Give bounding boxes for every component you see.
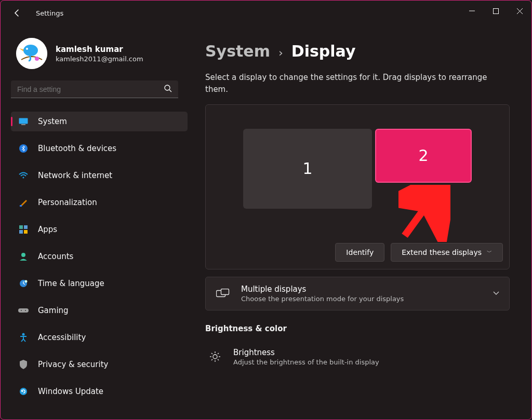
multi-display-icon [215,289,231,298]
sidebar-item-personalization[interactable]: Personalization [11,193,188,212]
wifi-icon [18,170,29,181]
sidebar-item-label: System [38,117,67,126]
sidebar-item-apps[interactable]: Apps [11,220,188,239]
section-brightness-header: Brightness & color [205,324,522,333]
sidebar-item-gaming[interactable]: Gaming [11,301,188,320]
sidebar-item-label: Windows Update [38,387,103,396]
profile-name: kamlesh kumar [56,45,143,54]
monitor-label: 1 [302,159,312,178]
row-description: Choose the presentation mode for your di… [241,295,493,303]
svg-line-33 [218,359,219,360]
sidebar-item-update[interactable]: Windows Update [11,382,188,401]
sidebar-item-label: Accessibility [38,333,86,342]
sidebar-item-accounts[interactable]: Accounts [11,247,188,266]
sidebar-item-bluetooth[interactable]: Bluetooth & devices [11,139,188,158]
minimize-button[interactable] [460,1,484,17]
sidebar-item-label: Time & language [38,279,104,288]
svg-point-22 [25,310,26,311]
multiple-displays-row[interactable]: Multiple displays Choose the presentatio… [205,277,510,310]
avatar [16,38,47,69]
profile-block[interactable]: kamlesh kumar kamlesh2011@gmail.com [11,25,182,80]
bluetooth-icon [18,143,29,154]
profile-email: kamlesh2011@gmail.com [56,55,143,63]
search-box[interactable] [11,80,178,98]
svg-rect-12 [20,205,22,207]
svg-point-4 [26,48,28,50]
display-icon [18,116,29,127]
svg-rect-15 [19,230,23,234]
svg-point-19 [25,280,28,283]
breadcrumb-parent[interactable]: System [205,42,270,60]
accessibility-icon [18,332,29,343]
svg-point-3 [23,45,38,56]
sidebar-item-time[interactable]: Time & language [11,274,188,293]
sidebar-item-label: Personalization [38,198,97,207]
row-title: Multiple displays [241,284,493,294]
sidebar-item-label: Bluetooth & devices [38,144,116,153]
svg-rect-1 [493,9,498,14]
sidebar-item-label: Network & internet [38,171,112,180]
monitor-label: 2 [418,146,428,165]
nav-list: System Bluetooth & devices Network & int… [11,107,182,401]
update-icon [18,386,29,397]
close-button[interactable] [508,1,531,17]
svg-rect-16 [24,230,28,234]
window-controls [460,1,531,17]
page-title: Display [291,42,356,60]
sidebar-item-network[interactable]: Network & internet [11,166,188,185]
app-title: Settings [36,9,63,17]
breadcrumb: System › Display [205,42,522,60]
svg-point-21 [21,310,22,311]
gamepad-icon [18,305,29,316]
svg-rect-8 [19,118,28,124]
svg-rect-9 [21,124,25,125]
search-input[interactable] [17,85,164,93]
svg-line-32 [211,353,212,354]
maximize-button[interactable] [484,1,508,17]
clock-icon [18,278,29,289]
svg-point-6 [165,85,170,90]
svg-point-23 [22,333,25,336]
sidebar-item-privacy[interactable]: Privacy & security [11,355,188,374]
svg-point-27 [213,355,217,359]
titlebar: Settings [1,1,531,25]
dropdown-label: Extend these displays [402,248,482,256]
svg-rect-14 [24,225,28,229]
row-title: Brightness [233,348,500,357]
sidebar-item-label: Accounts [38,252,73,261]
chevron-down-icon [493,289,500,299]
chevron-right-icon: › [278,46,283,59]
svg-line-34 [218,353,219,354]
svg-point-11 [23,177,24,179]
svg-point-5 [35,57,39,61]
sidebar-item-system[interactable]: System [11,112,188,131]
help-text: Select a display to change the settings … [205,72,501,96]
monitor-1[interactable]: 1 [243,129,372,209]
svg-rect-13 [19,225,23,229]
display-mode-dropdown[interactable]: Extend these displays ﹀ [391,243,503,262]
row-description: Adjust the brightness of the built-in di… [233,358,500,366]
display-arrangement-panel: 1 2 Identify Extend these displays ﹀ [205,104,510,269]
svg-point-17 [21,253,25,257]
brush-icon [18,197,29,208]
search-icon [164,84,172,94]
apps-icon [18,224,29,235]
sidebar-item-accessibility[interactable]: Accessibility [11,328,188,347]
sidebar-item-label: Privacy & security [38,360,108,369]
svg-rect-20 [18,308,29,313]
identify-button[interactable]: Identify [335,243,384,262]
chevron-down-icon: ﹀ [487,249,492,256]
svg-rect-26 [221,289,229,295]
monitor-2[interactable]: 2 [375,129,472,183]
back-button[interactable] [12,8,22,18]
svg-line-7 [169,90,171,92]
shield-icon [18,359,29,370]
display-canvas[interactable]: 1 2 [212,129,503,212]
sidebar-item-label: Apps [38,225,57,234]
brightness-row[interactable]: Brightness Adjust the brightness of the … [205,341,510,373]
person-icon [18,251,29,262]
main-content: System › Display Select a display to cha… [188,25,531,419]
svg-line-35 [211,359,212,360]
sidebar: kamlesh kumar kamlesh2011@gmail.com Syst… [1,25,188,419]
sidebar-item-label: Gaming [38,306,69,315]
